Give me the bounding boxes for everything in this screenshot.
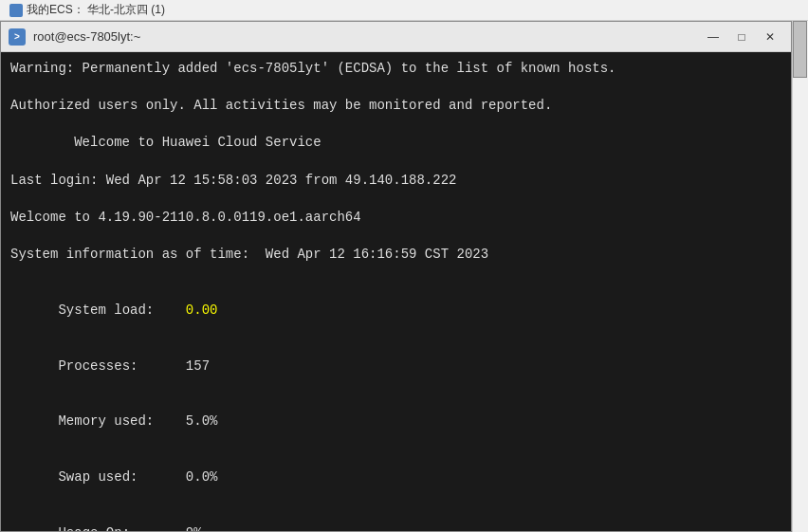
terminal-window: root@ecs-7805lyt:~ — □ ✕ Warning: Perman… <box>0 21 792 532</box>
terminal-line <box>10 116 781 135</box>
processes-label: Processes: <box>58 358 185 374</box>
close-button[interactable]: ✕ <box>757 27 783 47</box>
processes-value: 157 <box>186 358 210 374</box>
terminal-line <box>10 153 781 172</box>
system-load-label: System load: <box>58 303 185 318</box>
title-bar: root@ecs-7805lyt:~ — □ ✕ <box>1 22 791 52</box>
taskbar-label: 我的ECS： 华北-北京四 (1) <box>27 2 165 18</box>
taskbar-item[interactable]: 我的ECS： 华北-北京四 (1) <box>4 0 171 20</box>
scrollbar-thumb[interactable] <box>793 21 807 78</box>
memory-label: Memory used: <box>58 413 185 429</box>
window-controls: — □ ✕ <box>700 27 783 47</box>
terminal-line: Warning: Permanently added 'ecs-7805lyt'… <box>10 60 781 79</box>
usage-label: Usage On: <box>58 525 185 531</box>
terminal-line <box>10 79 781 98</box>
terminal-line <box>10 265 781 284</box>
terminal-line: Welcome to Huawei Cloud Service <box>10 134 781 153</box>
processes-line: Processes: 157 <box>10 339 781 394</box>
swap-label: Swap used: <box>58 469 185 485</box>
terminal-line <box>10 190 781 209</box>
terminal-line: Last login: Wed Apr 12 15:58:03 2023 fro… <box>10 172 781 191</box>
terminal-line: System information as of time: Wed Apr 1… <box>10 246 781 265</box>
terminal-line: Welcome to 4.19.90-2110.8.0.0119.oe1.aar… <box>10 209 781 228</box>
system-load-line: System load: 0.00 <box>10 283 781 339</box>
ecs-icon <box>9 4 23 17</box>
swap-value: 0.0% <box>186 469 218 485</box>
usage-line: Usage On: 9% <box>10 505 781 531</box>
terminal-content[interactable]: Warning: Permanently added 'ecs-7805lyt'… <box>1 52 791 531</box>
system-load-value: 0.00 <box>186 303 218 318</box>
taskbar: 我的ECS： 华北-北京四 (1) <box>0 0 808 21</box>
terminal-line: Authorized users only. All activities ma… <box>10 97 781 116</box>
memory-line: Memory used: 5.0% <box>10 394 781 450</box>
minimize-button[interactable]: — <box>700 27 726 47</box>
window-icon <box>9 28 26 46</box>
terminal-line <box>10 227 781 246</box>
usage-value: 9% <box>186 525 202 531</box>
swap-line: Swap used: 0.0% <box>10 449 781 505</box>
memory-value: 5.0% <box>186 413 218 429</box>
scrollbar[interactable] <box>792 21 808 532</box>
maximize-button[interactable]: □ <box>728 27 755 47</box>
window-title: root@ecs-7805lyt:~ <box>33 29 700 44</box>
